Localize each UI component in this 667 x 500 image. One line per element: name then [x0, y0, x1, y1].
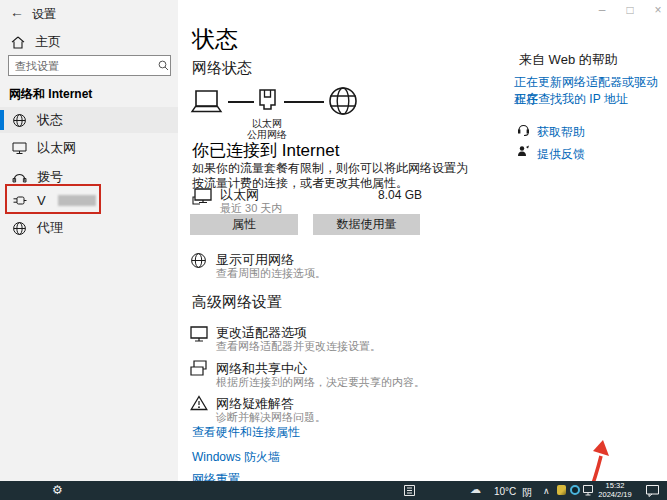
- action-center-icon[interactable]: [646, 485, 659, 497]
- weather-temperature[interactable]: 10°C: [494, 486, 516, 497]
- show-networks-subtitle: 查看周围的连接选项。: [216, 266, 326, 281]
- ethernet-plug-icon: [257, 88, 278, 115]
- data-usage-button[interactable]: 数据使用量: [313, 214, 420, 235]
- sidebar-item-label: 代理: [37, 219, 63, 237]
- data-usage-value: 8.04 GB: [340, 188, 422, 202]
- vpn-icon: [11, 195, 27, 206]
- page-title: 状态: [192, 24, 238, 55]
- sidebar-item-ethernet[interactable]: 以太网: [0, 135, 178, 161]
- properties-button[interactable]: 属性: [190, 214, 298, 235]
- proxy-globe-icon: [11, 221, 27, 236]
- sidebar-item-proxy[interactable]: 代理: [0, 215, 178, 241]
- windows-firewall-link[interactable]: Windows 防火墙: [192, 449, 280, 466]
- sidebar-item-label: 以太网: [37, 139, 76, 157]
- ethernet-monitor-icon: [192, 188, 212, 205]
- sidebar-item-home[interactable]: 主页: [10, 33, 61, 51]
- troubleshoot-warning-icon: [190, 395, 208, 411]
- tray-chevron-up-icon[interactable]: ∧: [543, 486, 550, 496]
- censored-text-blur: [58, 195, 96, 206]
- troubleshoot-subtitle: 诊断并解决网络问题。: [216, 410, 326, 425]
- sidebar-item-label: 拨号: [37, 168, 63, 186]
- tray-app-icon[interactable]: [557, 485, 566, 495]
- laptop-icon: [190, 89, 223, 114]
- sharing-center-subtitle: 根据所连接到的网络，决定要共享的内容。: [216, 375, 425, 390]
- maximize-button[interactable]: □: [618, 3, 642, 17]
- advanced-heading: 高级网络设置: [192, 293, 282, 312]
- clock-date: 2024/2/19: [594, 491, 636, 500]
- network-status-heading: 网络状态: [192, 59, 252, 78]
- search-box: [8, 55, 171, 76]
- settings-window: ← 设置 – □ × 主页 网络和 Internet 状态 以太网 拨号: [0, 0, 667, 500]
- search-icon[interactable]: [157, 60, 170, 71]
- help-link-find-ip[interactable]: 正在查找我的 IP 地址: [514, 91, 628, 108]
- globe-icon: [11, 113, 27, 128]
- dialup-phone-icon: [11, 171, 27, 183]
- home-icon: [10, 36, 26, 49]
- sidebar-item-vpn[interactable]: V: [0, 187, 178, 213]
- sidebar-item-status[interactable]: 状态: [0, 107, 178, 133]
- internet-globe-icon: [328, 86, 358, 116]
- diagram-connector-line: [284, 101, 324, 103]
- sidebar-section-title: 网络和 Internet: [9, 86, 92, 103]
- close-button[interactable]: ×: [646, 3, 667, 17]
- back-icon[interactable]: ←: [10, 4, 24, 20]
- taskbar: [0, 481, 667, 500]
- diagram-connector-line: [228, 101, 254, 103]
- weather-cloud-icon[interactable]: ☁: [470, 483, 481, 496]
- tray-app-icon[interactable]: [570, 485, 580, 495]
- sharing-center-icon: [189, 360, 209, 378]
- available-networks-globe-icon[interactable]: [190, 252, 207, 269]
- weather-condition[interactable]: 阴: [522, 486, 532, 500]
- sidebar-item-label: 状态: [37, 111, 63, 129]
- feedback-link[interactable]: 提供反馈: [537, 146, 585, 163]
- window-title: 设置: [32, 6, 56, 23]
- get-help-headset-icon: [517, 123, 530, 136]
- connected-heading: 你已连接到 Internet: [192, 139, 339, 162]
- feedback-icon: [517, 145, 530, 158]
- adapter-options-icon: [189, 326, 209, 344]
- taskbar-clock[interactable]: 15:32 2024/2/19: [594, 482, 636, 499]
- hardware-properties-link[interactable]: 查看硬件和连接属性: [192, 424, 300, 441]
- adapter-options-subtitle: 查看网络适配器并更改连接设置。: [216, 339, 381, 354]
- settings-gear-taskbar-icon[interactable]: ⚙: [52, 483, 63, 497]
- get-help-link[interactable]: 获取帮助: [537, 124, 585, 141]
- home-label: 主页: [35, 33, 61, 51]
- minimize-button[interactable]: –: [590, 3, 614, 17]
- search-input[interactable]: [9, 60, 157, 72]
- ethernet-icon: [11, 142, 27, 155]
- help-heading: 来自 Web 的帮助: [519, 51, 618, 69]
- input-method-keyboard-icon[interactable]: [404, 485, 415, 496]
- sidebar-item-label: V: [37, 193, 46, 208]
